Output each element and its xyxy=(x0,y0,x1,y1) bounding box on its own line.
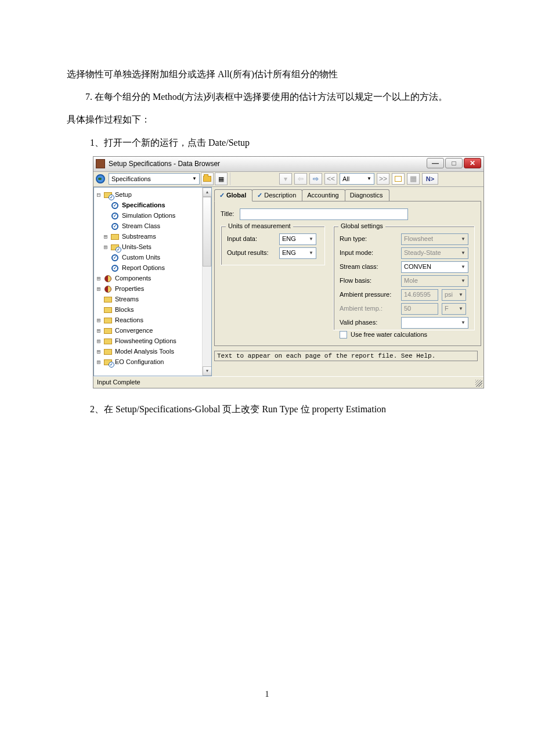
check-icon: ✓ xyxy=(111,223,118,230)
units-group-title: Units of measurement xyxy=(226,222,293,230)
tab-strip: ✓Global ✓Description Accounting Diagnost… xyxy=(214,188,481,201)
tree-scrollbar[interactable]: ▴ ▾ xyxy=(202,188,211,376)
globe-icon xyxy=(96,174,105,183)
tree-node-stream-class[interactable]: ✓Stream Class xyxy=(95,221,210,232)
open-folder-button[interactable] xyxy=(201,172,214,185)
folder-icon xyxy=(111,234,119,240)
title-input[interactable] xyxy=(240,208,408,220)
flow-basis-combo[interactable]: Mole▼ xyxy=(401,275,468,287)
doc-text: 具体操作过程如下： xyxy=(67,109,467,129)
units-group: Units of measurement Input data: ENG▼ Ou… xyxy=(221,226,325,265)
input-data-combo[interactable]: ENG▼ xyxy=(279,233,316,245)
folder-icon xyxy=(104,339,112,344)
tree-node-setup[interactable]: ⊟✓Setup xyxy=(95,190,210,200)
tab-global[interactable]: ✓Global xyxy=(214,189,252,201)
tree-node-specifications[interactable]: ✓Specifications xyxy=(95,200,210,211)
tab-diagnostics[interactable]: Diagnostics xyxy=(345,189,389,201)
check-icon: ✓ xyxy=(111,254,118,261)
run-type-combo[interactable]: Flowsheet▼ xyxy=(401,233,468,245)
scope-combo[interactable]: All▼ xyxy=(340,173,374,185)
last-button[interactable]: >> xyxy=(377,173,389,185)
help-text: Text to appear on each page of the repor… xyxy=(214,351,478,361)
palette-button[interactable]: ▦ xyxy=(407,173,420,185)
tree-node-blocks[interactable]: Blocks xyxy=(95,305,210,315)
scroll-handle[interactable] xyxy=(203,197,211,267)
minimize-button[interactable]: — xyxy=(427,158,444,168)
tree-node-convergence[interactable]: ⊞Convergence xyxy=(95,326,210,336)
half-icon xyxy=(104,275,111,282)
close-button[interactable]: ✕ xyxy=(464,158,481,168)
doc-item-7: 7. 在每个组分的 Method(方法)列表框中选择要使用的估计方法可以规定一个… xyxy=(67,87,467,107)
first-button[interactable]: << xyxy=(324,173,337,185)
free-water-checkbox[interactable] xyxy=(340,331,347,339)
back-button[interactable]: ⇦ xyxy=(294,173,307,185)
window-title: Setup Specifications - Data Browser xyxy=(109,160,481,168)
stream-class-combo[interactable]: CONVEN▼ xyxy=(401,261,468,273)
ambient-pressure-unit-combo[interactable]: psi▼ xyxy=(442,289,466,301)
toolbar: Specifications▼ ▦ ▾ ⇦ ⇨ << All▼ >> ▦ N> xyxy=(93,172,484,187)
titlebar: Setup Specifications - Data Browser — □ … xyxy=(93,157,484,172)
folder-icon xyxy=(104,307,112,313)
ambient-temp-unit-combo: F▼ xyxy=(442,303,466,315)
next-button[interactable]: N> xyxy=(422,173,438,185)
tab-body-global: Title: Units of measurement Input data: … xyxy=(214,201,481,346)
folder-icon xyxy=(104,349,112,355)
dropdown-button[interactable]: ▾ xyxy=(279,173,292,185)
tree-node-reactions[interactable]: ⊞Reactions xyxy=(95,315,210,326)
run-type-label: Run type: xyxy=(340,235,398,243)
doc-step-1: 1、打开一个新的运行，点击 Date/Setup xyxy=(67,132,467,153)
input-data-label: Input data: xyxy=(227,235,276,243)
forward-button[interactable]: ⇨ xyxy=(309,173,322,185)
view-button[interactable]: ▦ xyxy=(215,172,228,185)
tree-node-flowsheeting-options[interactable]: ⊞Flowsheeting Options xyxy=(95,336,210,347)
valid-phases-label: Valid phases: xyxy=(340,319,398,326)
free-water-label: Use free water calculations xyxy=(351,331,427,339)
status-text: Input Complete xyxy=(97,379,140,386)
flow-basis-label: Flow basis: xyxy=(340,277,398,285)
doc-text: 选择物性可单独选择附加组分或选择 All(所有)估计所有组分的物性 xyxy=(67,64,467,84)
tree-node-report-options[interactable]: ✓Report Options xyxy=(95,263,210,273)
app-window: Setup Specifications - Data Browser — □ … xyxy=(93,156,484,388)
tree-node-substreams[interactable]: ⊞Substreams xyxy=(95,232,210,242)
tab-description[interactable]: ✓Description xyxy=(252,189,302,201)
title-label: Title: xyxy=(221,210,234,218)
stream-class-label: Stream class: xyxy=(340,263,398,271)
ambient-pressure-value[interactable]: 14.69595 xyxy=(401,289,438,301)
folder-icon xyxy=(104,318,112,323)
tree-node-components[interactable]: ⊞Components xyxy=(95,273,210,284)
app-icon xyxy=(96,159,105,168)
output-results-label: Output results: xyxy=(227,249,276,257)
tree-node-custom-units[interactable]: ✓Custom Units xyxy=(95,253,210,263)
folder-icon xyxy=(104,297,112,303)
folder-icon xyxy=(104,328,112,334)
scroll-up-icon[interactable]: ▴ xyxy=(203,188,212,197)
tree-node-eo-configuration[interactable]: ⊞✓EO Configuration xyxy=(95,357,210,368)
check-icon: ✓ xyxy=(111,213,118,219)
doc-step-2: 2、在 Setup/Specifications-Global 页上改变 Run… xyxy=(67,399,467,419)
input-mode-combo[interactable]: Steady-State▼ xyxy=(401,247,468,259)
valid-phases-combo[interactable]: ▼ xyxy=(401,317,468,329)
tree-node-simulation-options[interactable]: ✓Simulation Options xyxy=(95,211,210,221)
content-panel: ✓Global ✓Description Accounting Diagnost… xyxy=(212,187,484,376)
maximize-button[interactable]: □ xyxy=(445,158,463,168)
ambient-temp-value: 50 xyxy=(401,303,438,315)
nav-combo[interactable]: Specifications▼ xyxy=(109,173,200,185)
ambient-temp-label: Ambient temp.: xyxy=(340,305,398,312)
statusbar: Input Complete xyxy=(93,376,484,388)
tree-node-streams[interactable]: Streams xyxy=(95,294,210,305)
tree-node-properties[interactable]: ⊞Properties xyxy=(95,284,210,294)
global-settings-group: Global settings Run type:Flowsheet▼ Inpu… xyxy=(333,226,475,330)
tree-node-units-sets[interactable]: ⊞✓Units-Sets xyxy=(95,242,210,253)
ambient-pressure-label: Ambient pressure: xyxy=(340,291,398,298)
check-icon: ✓ xyxy=(111,265,118,272)
tab-accounting[interactable]: Accounting xyxy=(302,189,345,201)
tree-panel: ⊟✓Setup ✓Specifications ✓Simulation Opti… xyxy=(93,187,212,376)
tree-node-model-analysis-tools[interactable]: ⊞Model Analysis Tools xyxy=(95,347,210,357)
half-icon xyxy=(104,286,111,293)
global-group-title: Global settings xyxy=(338,222,385,230)
rect-button[interactable] xyxy=(392,173,405,185)
scroll-down-icon[interactable]: ▾ xyxy=(203,366,212,376)
output-results-combo[interactable]: ENG▼ xyxy=(279,247,316,259)
folder-icon xyxy=(203,176,211,182)
page-number: 1 xyxy=(67,686,467,703)
